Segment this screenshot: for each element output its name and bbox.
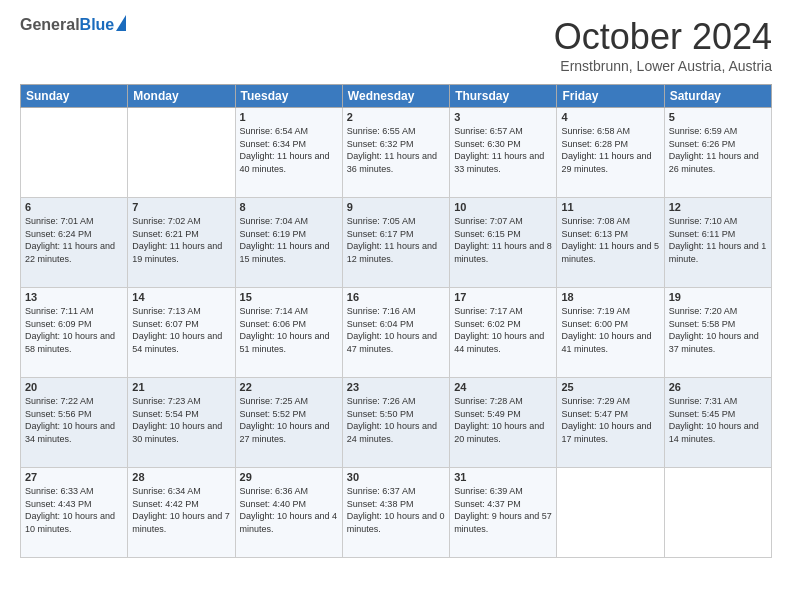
calendar-cell: 9Sunrise: 7:05 AM Sunset: 6:17 PM Daylig… xyxy=(342,198,449,288)
week-row-4: 20Sunrise: 7:22 AM Sunset: 5:56 PM Dayli… xyxy=(21,378,772,468)
calendar-cell: 10Sunrise: 7:07 AM Sunset: 6:15 PM Dayli… xyxy=(450,198,557,288)
col-header-saturday: Saturday xyxy=(664,85,771,108)
day-content: Sunrise: 7:20 AM Sunset: 5:58 PM Dayligh… xyxy=(669,305,767,355)
day-content: Sunrise: 7:04 AM Sunset: 6:19 PM Dayligh… xyxy=(240,215,338,265)
day-content: Sunrise: 7:31 AM Sunset: 5:45 PM Dayligh… xyxy=(669,395,767,445)
calendar-cell: 18Sunrise: 7:19 AM Sunset: 6:00 PM Dayli… xyxy=(557,288,664,378)
calendar-cell: 28Sunrise: 6:34 AM Sunset: 4:42 PM Dayli… xyxy=(128,468,235,558)
logo: General Blue xyxy=(20,16,126,34)
day-number: 9 xyxy=(347,201,445,213)
day-content: Sunrise: 7:25 AM Sunset: 5:52 PM Dayligh… xyxy=(240,395,338,445)
calendar-cell: 12Sunrise: 7:10 AM Sunset: 6:11 PM Dayli… xyxy=(664,198,771,288)
day-number: 27 xyxy=(25,471,123,483)
day-number: 23 xyxy=(347,381,445,393)
calendar-cell: 4Sunrise: 6:58 AM Sunset: 6:28 PM Daylig… xyxy=(557,108,664,198)
week-row-1: 1Sunrise: 6:54 AM Sunset: 6:34 PM Daylig… xyxy=(21,108,772,198)
day-content: Sunrise: 7:17 AM Sunset: 6:02 PM Dayligh… xyxy=(454,305,552,355)
calendar-cell: 13Sunrise: 7:11 AM Sunset: 6:09 PM Dayli… xyxy=(21,288,128,378)
calendar-cell: 17Sunrise: 7:17 AM Sunset: 6:02 PM Dayli… xyxy=(450,288,557,378)
title-area: October 2024 Ernstbrunn, Lower Austria, … xyxy=(554,16,772,74)
calendar-cell: 3Sunrise: 6:57 AM Sunset: 6:30 PM Daylig… xyxy=(450,108,557,198)
day-number: 5 xyxy=(669,111,767,123)
calendar-cell xyxy=(664,468,771,558)
day-number: 14 xyxy=(132,291,230,303)
week-row-5: 27Sunrise: 6:33 AM Sunset: 4:43 PM Dayli… xyxy=(21,468,772,558)
col-header-thursday: Thursday xyxy=(450,85,557,108)
day-number: 24 xyxy=(454,381,552,393)
day-content: Sunrise: 7:19 AM Sunset: 6:00 PM Dayligh… xyxy=(561,305,659,355)
day-content: Sunrise: 6:36 AM Sunset: 4:40 PM Dayligh… xyxy=(240,485,338,535)
day-content: Sunrise: 7:02 AM Sunset: 6:21 PM Dayligh… xyxy=(132,215,230,265)
day-number: 13 xyxy=(25,291,123,303)
calendar-cell: 5Sunrise: 6:59 AM Sunset: 6:26 PM Daylig… xyxy=(664,108,771,198)
calendar-cell: 25Sunrise: 7:29 AM Sunset: 5:47 PM Dayli… xyxy=(557,378,664,468)
calendar-table: SundayMondayTuesdayWednesdayThursdayFrid… xyxy=(20,84,772,558)
col-header-sunday: Sunday xyxy=(21,85,128,108)
day-content: Sunrise: 7:11 AM Sunset: 6:09 PM Dayligh… xyxy=(25,305,123,355)
calendar-cell: 14Sunrise: 7:13 AM Sunset: 6:07 PM Dayli… xyxy=(128,288,235,378)
calendar-cell: 16Sunrise: 7:16 AM Sunset: 6:04 PM Dayli… xyxy=(342,288,449,378)
calendar-cell xyxy=(128,108,235,198)
calendar-cell: 21Sunrise: 7:23 AM Sunset: 5:54 PM Dayli… xyxy=(128,378,235,468)
day-content: Sunrise: 7:05 AM Sunset: 6:17 PM Dayligh… xyxy=(347,215,445,265)
day-number: 22 xyxy=(240,381,338,393)
day-number: 31 xyxy=(454,471,552,483)
day-content: Sunrise: 6:34 AM Sunset: 4:42 PM Dayligh… xyxy=(132,485,230,535)
calendar-cell: 22Sunrise: 7:25 AM Sunset: 5:52 PM Dayli… xyxy=(235,378,342,468)
month-title: October 2024 xyxy=(554,16,772,58)
day-content: Sunrise: 7:14 AM Sunset: 6:06 PM Dayligh… xyxy=(240,305,338,355)
calendar-cell: 19Sunrise: 7:20 AM Sunset: 5:58 PM Dayli… xyxy=(664,288,771,378)
col-header-tuesday: Tuesday xyxy=(235,85,342,108)
calendar-cell: 15Sunrise: 7:14 AM Sunset: 6:06 PM Dayli… xyxy=(235,288,342,378)
calendar-cell: 23Sunrise: 7:26 AM Sunset: 5:50 PM Dayli… xyxy=(342,378,449,468)
day-content: Sunrise: 7:10 AM Sunset: 6:11 PM Dayligh… xyxy=(669,215,767,265)
day-content: Sunrise: 7:07 AM Sunset: 6:15 PM Dayligh… xyxy=(454,215,552,265)
day-number: 28 xyxy=(132,471,230,483)
calendar-cell: 26Sunrise: 7:31 AM Sunset: 5:45 PM Dayli… xyxy=(664,378,771,468)
day-content: Sunrise: 7:13 AM Sunset: 6:07 PM Dayligh… xyxy=(132,305,230,355)
day-number: 6 xyxy=(25,201,123,213)
day-number: 1 xyxy=(240,111,338,123)
calendar-cell: 30Sunrise: 6:37 AM Sunset: 4:38 PM Dayli… xyxy=(342,468,449,558)
header-row: SundayMondayTuesdayWednesdayThursdayFrid… xyxy=(21,85,772,108)
calendar-cell: 11Sunrise: 7:08 AM Sunset: 6:13 PM Dayli… xyxy=(557,198,664,288)
calendar-cell xyxy=(21,108,128,198)
day-number: 4 xyxy=(561,111,659,123)
calendar-cell: 1Sunrise: 6:54 AM Sunset: 6:34 PM Daylig… xyxy=(235,108,342,198)
day-content: Sunrise: 7:08 AM Sunset: 6:13 PM Dayligh… xyxy=(561,215,659,265)
calendar-cell: 6Sunrise: 7:01 AM Sunset: 6:24 PM Daylig… xyxy=(21,198,128,288)
col-header-wednesday: Wednesday xyxy=(342,85,449,108)
day-content: Sunrise: 6:57 AM Sunset: 6:30 PM Dayligh… xyxy=(454,125,552,175)
day-number: 16 xyxy=(347,291,445,303)
day-number: 8 xyxy=(240,201,338,213)
day-number: 20 xyxy=(25,381,123,393)
day-number: 25 xyxy=(561,381,659,393)
week-row-3: 13Sunrise: 7:11 AM Sunset: 6:09 PM Dayli… xyxy=(21,288,772,378)
calendar-cell: 20Sunrise: 7:22 AM Sunset: 5:56 PM Dayli… xyxy=(21,378,128,468)
day-number: 2 xyxy=(347,111,445,123)
day-content: Sunrise: 6:37 AM Sunset: 4:38 PM Dayligh… xyxy=(347,485,445,535)
day-content: Sunrise: 6:39 AM Sunset: 4:37 PM Dayligh… xyxy=(454,485,552,535)
day-number: 21 xyxy=(132,381,230,393)
location-subtitle: Ernstbrunn, Lower Austria, Austria xyxy=(554,58,772,74)
day-content: Sunrise: 7:22 AM Sunset: 5:56 PM Dayligh… xyxy=(25,395,123,445)
day-number: 7 xyxy=(132,201,230,213)
day-content: Sunrise: 6:58 AM Sunset: 6:28 PM Dayligh… xyxy=(561,125,659,175)
day-number: 11 xyxy=(561,201,659,213)
logo-triangle-icon xyxy=(116,15,126,31)
day-content: Sunrise: 6:55 AM Sunset: 6:32 PM Dayligh… xyxy=(347,125,445,175)
calendar-cell: 2Sunrise: 6:55 AM Sunset: 6:32 PM Daylig… xyxy=(342,108,449,198)
day-content: Sunrise: 7:29 AM Sunset: 5:47 PM Dayligh… xyxy=(561,395,659,445)
calendar-cell: 31Sunrise: 6:39 AM Sunset: 4:37 PM Dayli… xyxy=(450,468,557,558)
calendar-cell xyxy=(557,468,664,558)
day-number: 29 xyxy=(240,471,338,483)
day-number: 30 xyxy=(347,471,445,483)
day-number: 12 xyxy=(669,201,767,213)
day-content: Sunrise: 7:01 AM Sunset: 6:24 PM Dayligh… xyxy=(25,215,123,265)
day-number: 17 xyxy=(454,291,552,303)
calendar-cell: 24Sunrise: 7:28 AM Sunset: 5:49 PM Dayli… xyxy=(450,378,557,468)
day-content: Sunrise: 6:54 AM Sunset: 6:34 PM Dayligh… xyxy=(240,125,338,175)
calendar-cell: 7Sunrise: 7:02 AM Sunset: 6:21 PM Daylig… xyxy=(128,198,235,288)
day-content: Sunrise: 6:33 AM Sunset: 4:43 PM Dayligh… xyxy=(25,485,123,535)
day-number: 26 xyxy=(669,381,767,393)
